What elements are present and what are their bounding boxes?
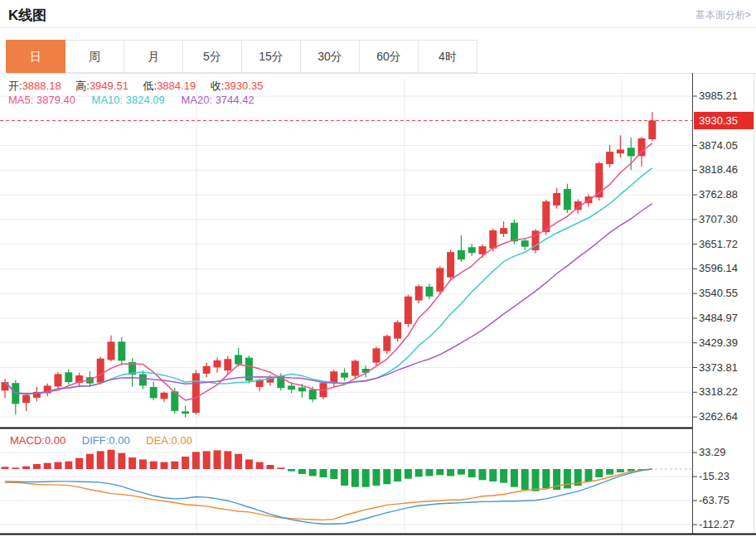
- candle-body: [2, 382, 9, 390]
- macd-hist-bar: [362, 469, 370, 487]
- macd-hist-bar: [542, 469, 550, 488]
- macd-hist-bar: [224, 451, 231, 469]
- macd-hist-bar: [606, 469, 613, 475]
- candle-body: [500, 228, 507, 234]
- candle-body: [55, 374, 62, 386]
- macd-hist-bar: [182, 457, 189, 469]
- macd-hist-bar: [585, 469, 593, 481]
- macd-hist-bar: [128, 457, 136, 469]
- macd-hist-bar: [330, 469, 337, 479]
- macd-hist-bar: [203, 451, 211, 469]
- timeframe-tab-3[interactable]: 5分: [182, 40, 242, 73]
- macd-hist-bar: [479, 469, 487, 480]
- macd-hist-bar: [150, 462, 158, 469]
- macd-hist-bar: [458, 469, 465, 475]
- ma20-readout: MA20: 3744.42: [181, 94, 254, 106]
- candle-body: [553, 193, 560, 206]
- macd-hist-bar: [394, 469, 401, 481]
- macd-hist-bar: [489, 469, 497, 481]
- macd-hist-bar: [245, 459, 253, 469]
- ma5-readout: MA5: 3879.40: [8, 94, 75, 106]
- macd-hist-bar: [447, 469, 454, 476]
- macd-hist-bar: [309, 469, 317, 476]
- candle-body: [458, 250, 465, 259]
- candle-body: [118, 341, 125, 360]
- candle-body: [383, 336, 390, 351]
- macd-hist-bar: [97, 451, 104, 469]
- current-price-tag: 3930.35: [694, 112, 754, 129]
- macd-hist-bar: [33, 464, 41, 469]
- macd-hist-bar: [192, 452, 200, 469]
- candle-body: [468, 247, 476, 253]
- macd-hist-bar: [532, 469, 540, 491]
- candle-body: [648, 120, 656, 139]
- macd-hist-bar: [468, 469, 476, 477]
- candle-body: [638, 138, 646, 156]
- candle-body: [139, 374, 147, 385]
- timeframe-tab-1[interactable]: 周: [65, 40, 124, 73]
- timeframe-tab-2[interactable]: 月: [124, 40, 183, 73]
- macd-hist-bar: [256, 462, 264, 469]
- candle-body: [288, 385, 295, 389]
- macd-hist-bar: [298, 469, 306, 474]
- macd-readout: MACD:0.00 DIFF:0.00 DEA:0.00: [10, 434, 192, 447]
- timeframe-tab-7[interactable]: 4时: [418, 40, 477, 73]
- candle-body: [341, 373, 348, 378]
- macd-hist-bar: [214, 450, 221, 469]
- candle-body: [436, 268, 443, 291]
- timeframe-tabbar: 日周月5分15分30分60分4时: [7, 40, 477, 73]
- macd-hist-bar: [161, 462, 168, 469]
- timeframe-tab-5[interactable]: 30分: [300, 40, 360, 73]
- macd-hist-bar: [118, 453, 125, 469]
- candle-body: [617, 149, 624, 153]
- candle-body: [97, 359, 104, 383]
- candle-body: [22, 395, 30, 404]
- macd-hist-bar: [595, 469, 603, 477]
- macd-hist-bar: [171, 462, 178, 469]
- macd-value: MACD:0.00: [10, 434, 65, 447]
- candle-body: [628, 148, 635, 156]
- candle-body: [65, 372, 72, 382]
- macd-hist-bar: [2, 467, 9, 469]
- candle-body: [415, 286, 423, 300]
- candle-body: [447, 252, 454, 278]
- candle-body: [489, 230, 497, 249]
- timeframe-tab-6[interactable]: 60分: [359, 40, 419, 73]
- candle-body: [108, 341, 115, 360]
- candle-body: [224, 359, 231, 370]
- candle-body: [511, 223, 518, 242]
- candle-body: [426, 287, 434, 297]
- macd-hist-bar: [564, 469, 571, 488]
- timeframe-tab-0[interactable]: 日: [6, 40, 65, 73]
- candle-body: [203, 366, 211, 374]
- candle-body: [161, 393, 168, 399]
- macd-hist-bar: [373, 469, 380, 486]
- close-label: 收:: [211, 80, 225, 92]
- candle-body: [373, 348, 380, 362]
- candle-body: [235, 355, 242, 364]
- macd-hist-bar: [277, 467, 284, 469]
- macd-hist-bar: [55, 462, 62, 469]
- ma-readout: MA5: 3879.40 MA10: 3824.09 MA20: 3744.42: [8, 94, 254, 106]
- candle-body: [479, 246, 487, 254]
- timeframe-tab-4[interactable]: 15分: [241, 40, 301, 73]
- low-value: 3884.19: [157, 80, 196, 92]
- macd-hist-bar: [235, 454, 242, 469]
- candle-body: [192, 373, 200, 413]
- kline-widget: K线图 基本面分析> 日周月5分15分30分60分4时 开:3888.18 高:…: [0, 0, 756, 537]
- macd-hist-bar: [500, 469, 507, 483]
- candle-body: [521, 240, 529, 247]
- diff-value: DIFF:0.00: [82, 434, 130, 447]
- macd-hist-bar: [22, 467, 30, 469]
- candle-body: [182, 411, 189, 414]
- high-value: 3949.51: [90, 80, 128, 92]
- macd-hist-bar: [139, 459, 147, 469]
- macd-hist-bar: [86, 454, 94, 469]
- macd-hist-bar: [75, 458, 83, 469]
- candle-body: [214, 360, 221, 368]
- macd-hist-bar: [267, 465, 274, 469]
- macd-hist-bar: [405, 469, 412, 479]
- open-label: 开:: [8, 80, 22, 92]
- open-value: 3888.18: [22, 80, 61, 92]
- candle-body: [330, 371, 337, 383]
